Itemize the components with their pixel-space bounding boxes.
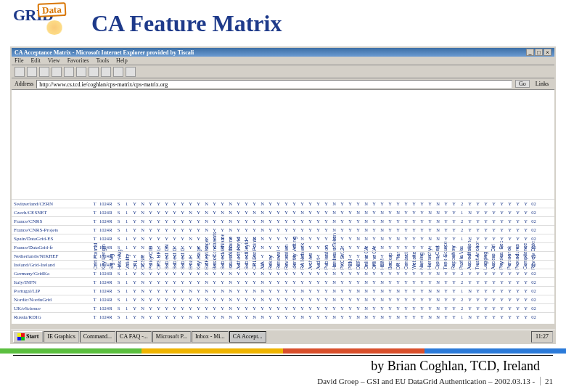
taskbar-clock: 11:27: [531, 331, 553, 343]
table-row: Italy/INFNT1024RS1YNYYYYYYYNYYNYYYNYYYYY…: [12, 277, 554, 286]
go-button[interactable]: Go: [515, 80, 530, 88]
home-icon[interactable]: [64, 67, 74, 77]
favorites-icon[interactable]: [89, 67, 99, 77]
stop-icon[interactable]: [39, 67, 49, 77]
mail-icon[interactable]: [113, 67, 123, 77]
table-row: Netherlands/NIKHEFT1024RS1YNYYYYYYYYYYNY…: [12, 251, 554, 260]
table-row: France/DataGrid-frT1024RS1YNYYYYYYYNYYNY…: [12, 242, 554, 251]
datagrid-logo: GRID Data: [13, 7, 84, 39]
browser-window: CA Acceptance Matrix - Microsoft Interne…: [10, 46, 556, 330]
taskbar-item[interactable]: CA FAQ -...: [116, 331, 152, 343]
row-label: Nordic/NorduGrid: [12, 297, 91, 303]
slide-header: GRID Data CA Feature Matrix: [0, 0, 566, 44]
windows-icon: [17, 333, 25, 340]
refresh-icon[interactable]: [52, 67, 62, 77]
print-icon[interactable]: [126, 67, 136, 77]
maximize-icon[interactable]: □: [535, 49, 543, 56]
menu-tools[interactable]: Tools: [96, 57, 109, 64]
close-icon[interactable]: ×: [544, 49, 551, 56]
slide-title: CA Feature Matrix: [91, 10, 282, 37]
page-content: Cert FormatKey LengthSig AlgHash AlgVali…: [12, 90, 554, 324]
menu-view[interactable]: View: [48, 57, 60, 64]
byline: by Brian Coghlan, TCD, Ireland: [13, 355, 553, 375]
taskbar-item[interactable]: IE Graphics: [44, 331, 78, 343]
row-label: Portugal/LIP: [12, 288, 91, 294]
menubar: FileEditViewFavoritesToolsHelp: [12, 57, 554, 65]
row-label: Spain/DataGrid-ES: [12, 236, 91, 242]
window-title: CA Acceptance Matrix - Microsoft Interne…: [15, 49, 194, 56]
table-row: France/CNRST1024RS1YNYYYYYYYNYYNYYYNYYYY…: [12, 216, 554, 225]
address-bar: Address http://www.cs.tcd.ie/coghlan/cps…: [12, 78, 554, 90]
menu-favorites[interactable]: Favorites: [67, 57, 89, 64]
taskbar-item[interactable]: CA Accept...: [229, 331, 266, 343]
search-icon[interactable]: [76, 67, 86, 77]
table-row: UK/eScienceT1024RS1YNYYYYYYYYYYNYYYYYYYY…: [12, 303, 554, 312]
menu-edit[interactable]: Edit: [30, 57, 40, 64]
window-titlebar: CA Acceptance Matrix - Microsoft Interne…: [12, 48, 554, 57]
color-divider: [0, 348, 566, 354]
row-label: Italy/INFN: [12, 279, 91, 285]
table-row: Russia/RDIGT1024RS1YNYYYYYNYNYNNYYNNYYYY…: [12, 312, 554, 321]
back-icon[interactable]: [15, 67, 25, 77]
url-input[interactable]: http://www.cs.tcd.ie/coghlan/cps-matrix/…: [36, 80, 512, 89]
table-row: Nordic/NorduGridT1024RS1YNYYYYYYYNYYNYYY…: [12, 295, 554, 303]
start-button[interactable]: Start: [13, 331, 43, 343]
row-label: France/DataGrid-fr: [12, 245, 91, 250]
table-row: France/CNRS-ProjetsT1024RS1YNYYYYYYYNYYN…: [12, 225, 554, 234]
table-row: Portugal/LIPT1024RS1YNYYYYYNYNYNNYYNNYYY…: [12, 286, 554, 295]
address-label: Address: [15, 81, 33, 87]
taskbar: Start IE GraphicsCommand...CA FAQ -...Mi…: [10, 330, 556, 344]
slide-footer: David Groep – GSI and EU DataGrid Authen…: [0, 375, 566, 387]
row-label: Russia/RDIG: [12, 314, 91, 320]
row-label: Ireland/Grid-Ireland: [12, 262, 91, 268]
row-label: France/CNRS-Projets: [12, 227, 91, 233]
row-label: Germany/GridKa: [12, 271, 91, 277]
links-label: Links: [533, 81, 551, 87]
matrix-rows: Switzerland/CERNT1024RS1YNYYYYYYYNYYNYYY…: [12, 199, 554, 321]
table-row: Switzerland/CERNT1024RS1YNYYYYYYYNYYNYYY…: [12, 199, 554, 208]
taskbar-item[interactable]: Command...: [80, 331, 115, 343]
menu-help[interactable]: Help: [116, 57, 128, 64]
row-label: Czech/CESNET: [12, 210, 91, 216]
table-row: Germany/GridKaT1024RS1YNYYYYYYYNYYNYYYNY…: [12, 269, 554, 277]
table-row: Ireland/Grid-IrelandT1024RS1YNYYYYYYYNYY…: [12, 260, 554, 269]
history-icon[interactable]: [101, 67, 111, 77]
table-row: Czech/CESNETT1024RS1YNYYYYYNYNYNNYYNNYYY…: [12, 208, 554, 216]
minimize-icon[interactable]: _: [526, 49, 534, 56]
toolbar: [12, 65, 554, 78]
row-label: Netherlands/NIKHEF: [12, 253, 91, 259]
row-label: UK/eScience: [12, 306, 91, 311]
taskbar-item[interactable]: Inbox - Mi...: [192, 331, 229, 343]
table-row: Spain/DataGrid-EST1024RS1YNYYYYYNYNYNNYY…: [12, 234, 554, 242]
row-label: Switzerland/CERN: [12, 201, 91, 207]
taskbar-item[interactable]: Microsoft P...: [152, 331, 191, 343]
forward-icon[interactable]: [27, 67, 37, 77]
menu-file[interactable]: File: [15, 57, 23, 64]
row-label: France/CNRS: [12, 219, 91, 224]
